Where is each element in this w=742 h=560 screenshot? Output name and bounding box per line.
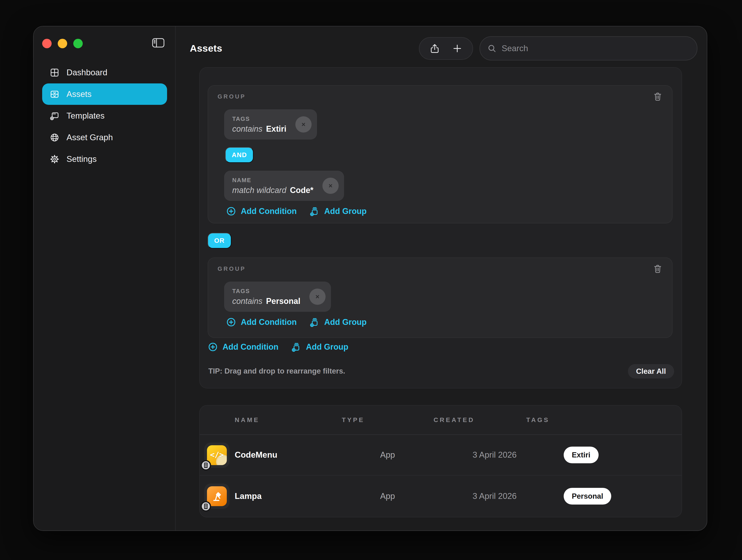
remove-condition-button[interactable] (322, 178, 339, 194)
trash-icon (653, 264, 664, 274)
main-content: Assets (176, 26, 707, 530)
sidebar-toggle-button[interactable] (152, 37, 165, 49)
add-condition-label: Add Condition (222, 342, 278, 352)
sidebar-item-dashboard[interactable]: Dashboard (42, 62, 167, 83)
filter-group-1: GROUP TAGS contains (208, 85, 673, 223)
dashboard-grid-icon (49, 67, 60, 78)
minimize-window-button[interactable] (58, 39, 67, 48)
app-source-badge-icon (201, 501, 211, 511)
sidebar-item-label: Settings (66, 155, 97, 164)
add-condition-label: Add Condition (241, 318, 297, 327)
share-button[interactable] (427, 41, 442, 56)
close-window-button[interactable] (42, 39, 52, 48)
sidebar-item-label: Assets (66, 90, 92, 99)
join-operator-and[interactable]: AND (225, 147, 253, 163)
trash-icon (653, 92, 664, 102)
window-controls (42, 39, 83, 48)
delete-group-button[interactable] (653, 91, 664, 102)
table-row-lampa[interactable]: Lampa App 3 April 2026 Personal (200, 476, 682, 516)
add-group-icon (291, 342, 302, 352)
add-group-button[interactable]: Add Group (309, 317, 367, 327)
asset-name: CodeMenu (235, 435, 277, 475)
plus-icon (452, 43, 463, 54)
toolbar: Assets (176, 26, 707, 67)
add-asset-button[interactable] (450, 41, 465, 56)
add-group-label: Add Group (324, 318, 367, 327)
sidebar-item-label: Templates (66, 111, 105, 121)
table-row-codemenu[interactable]: CodeMenu App 3 April 2026 Extiri (200, 435, 682, 475)
condition-value: Extiri (266, 124, 286, 134)
add-group-label: Add Group (306, 342, 348, 352)
condition-text: TAGS contains Personal (232, 288, 300, 306)
sidebar-item-label: Dashboard (66, 68, 107, 77)
filter-group-2: GROUP TAGS contains (208, 258, 673, 338)
remove-condition-button[interactable] (295, 116, 312, 132)
add-condition-button[interactable]: Add Condition (226, 206, 297, 216)
tag-pill: Personal (564, 488, 611, 505)
group-label: GROUP (218, 265, 246, 272)
search-field (480, 36, 697, 60)
assets-table: NAME TYPE CREATED TAGS CodeMenu App 3 Ap… (199, 405, 682, 517)
add-group-icon (309, 317, 320, 327)
group-label: GROUP (218, 93, 246, 100)
toolbar-button-group (419, 37, 473, 60)
share-icon (429, 43, 440, 54)
zoom-window-button[interactable] (73, 39, 83, 48)
filter-root-actions: Add Condition Add Group (208, 342, 348, 352)
condition-chip-tags-extiri[interactable]: TAGS contains Extiri (224, 109, 317, 139)
search-icon (487, 44, 497, 53)
add-group-icon (309, 206, 320, 216)
condition-chip-name-code[interactable]: NAME match wildcard Code* (224, 171, 344, 201)
group-actions: Add Condition Add Group (226, 317, 367, 327)
asset-created: 3 April 2026 (473, 476, 517, 516)
app-icon-plate (204, 484, 229, 509)
circle-plus-icon (226, 317, 236, 327)
condition-value: Personal (266, 296, 300, 306)
sidebar: Dashboard Assets (34, 26, 176, 530)
add-condition-button[interactable]: Add Condition (208, 342, 278, 352)
drag-drop-tip: TIP: Drag and drop to rearrange filters. (208, 367, 345, 375)
condition-field: TAGS (232, 115, 286, 122)
column-header-tags: TAGS (526, 405, 550, 435)
gear-icon (49, 154, 60, 164)
column-header-created: CREATED (434, 405, 475, 435)
condition-operator: match wildcard (232, 185, 286, 195)
add-group-button[interactable]: Add Group (309, 206, 367, 216)
circle-plus-icon (226, 206, 236, 216)
sidebar-item-settings[interactable]: Settings (42, 148, 167, 170)
add-group-button[interactable]: Add Group (291, 342, 348, 352)
asset-created: 3 April 2026 (473, 435, 517, 475)
close-icon (327, 182, 334, 189)
condition-field: TAGS (232, 288, 300, 295)
filter-builder-panel: GROUP TAGS contains (199, 67, 682, 388)
app-icon-plate (204, 443, 229, 468)
condition-operator: contains (232, 296, 262, 306)
asset-name: Lampa (235, 476, 262, 516)
sidebar-item-templates[interactable]: Templates (42, 105, 167, 126)
column-header-name: NAME (235, 405, 260, 435)
condition-field: NAME (232, 177, 313, 184)
globe-icon (49, 132, 60, 143)
asset-tags-cell: Extiri (564, 435, 599, 475)
delete-group-button[interactable] (653, 263, 664, 274)
sidebar-item-asset-graph[interactable]: Asset Graph (42, 127, 167, 148)
condition-value: Code* (290, 185, 313, 195)
remove-condition-button[interactable] (309, 289, 326, 305)
join-operator-or[interactable]: OR (208, 233, 231, 248)
condition-operator: contains (232, 124, 262, 134)
clear-all-button[interactable]: Clear All (628, 364, 674, 379)
sidebar-nav: Dashboard Assets (42, 62, 167, 170)
add-condition-button[interactable]: Add Condition (226, 317, 297, 327)
circle-plus-icon (208, 342, 218, 352)
asset-tags-cell: Personal (564, 476, 611, 516)
sidebar-item-assets[interactable]: Assets (42, 83, 167, 105)
sidebar-item-label: Asset Graph (66, 133, 113, 142)
add-group-label: Add Group (324, 207, 367, 216)
close-icon (314, 293, 321, 300)
condition-chip-tags-personal[interactable]: TAGS contains Personal (224, 282, 331, 312)
app-source-badge-icon (201, 460, 211, 470)
condition-text: TAGS contains Extiri (232, 115, 286, 134)
app-window: Dashboard Assets (33, 26, 707, 531)
column-header-type: TYPE (342, 405, 365, 435)
search-input[interactable] (502, 44, 690, 53)
